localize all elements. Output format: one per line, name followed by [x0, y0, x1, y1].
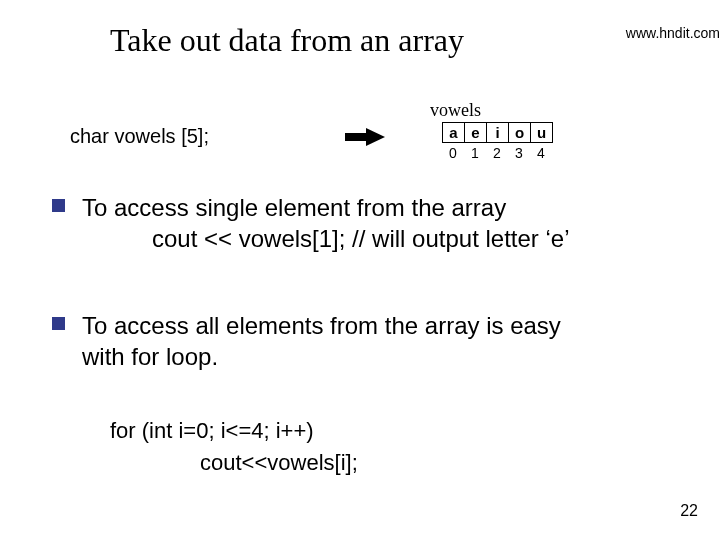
array-index: 0 [442, 145, 464, 161]
code-line: for (int i=0; i<=4; i++) [110, 415, 358, 447]
bullet-text-line: with for loop. [82, 341, 702, 372]
array-indices: 01234 [442, 145, 552, 161]
array-index: 4 [530, 145, 552, 161]
bullet-icon [52, 199, 65, 212]
bullet-item-1: To access single element from the array … [52, 192, 702, 254]
array-index: 1 [464, 145, 486, 161]
array-index: 2 [486, 145, 508, 161]
array-cell: e [465, 123, 487, 143]
array-index: 3 [508, 145, 530, 161]
array-cell: u [531, 123, 553, 143]
bullet-text-line: To access all elements from the array is… [82, 310, 702, 341]
array-label: vowels [430, 100, 481, 121]
for-loop-code: for (int i=0; i<=4; i++) cout<<vowels[i]… [110, 415, 358, 479]
header-url: www.hndit.com [626, 25, 720, 41]
page-number: 22 [680, 502, 698, 520]
bullet-icon [52, 317, 65, 330]
bullet-item-2: To access all elements from the array is… [52, 310, 702, 372]
array-cell: a [443, 123, 465, 143]
bullet-text-line: To access single element from the array [82, 192, 702, 223]
array-cell: o [509, 123, 531, 143]
code-line: cout<<vowels[i]; [200, 447, 358, 479]
slide-title: Take out data from an array [110, 22, 464, 59]
array-cells: a e i o u [442, 122, 553, 143]
array-cell: i [487, 123, 509, 143]
svg-marker-1 [366, 128, 385, 146]
arrow-icon [345, 128, 385, 150]
declaration-code: char vowels [5]; [70, 125, 209, 148]
svg-rect-0 [345, 133, 366, 141]
bullet-code-line: cout << vowels[1]; // will output letter… [152, 223, 702, 254]
